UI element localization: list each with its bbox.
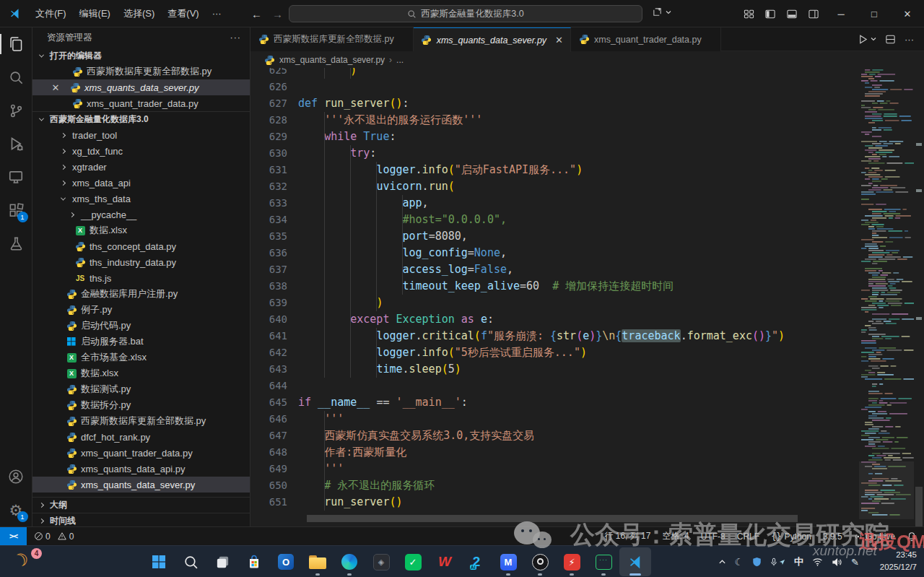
code-area[interactable]: 625 )626627def run_server():628 '''永不退出的…	[250, 68, 924, 526]
run-python-button[interactable]	[858, 34, 876, 45]
tree-item[interactable]: 西蒙斯数据库更新全部数据.py	[32, 413, 250, 429]
nav-back-icon[interactable]: ←	[251, 8, 262, 20]
notifications-bell-icon[interactable]	[907, 532, 924, 542]
tree-item[interactable]: xms_quants_data_sever.py	[32, 477, 250, 493]
tray-ime-indicator[interactable]: 中	[794, 555, 803, 568]
taskbar-icon-app-red[interactable]: ⚡	[556, 547, 588, 576]
taskbar-icon-app-green[interactable]: ✓	[397, 547, 429, 576]
tray-night-mode-icon[interactable]: ☾	[735, 556, 744, 568]
customize-layout-icon[interactable]	[738, 0, 759, 27]
editor-tab[interactable]: xms_quants_data_sever.py✕	[414, 27, 571, 52]
tray-microphone-icon[interactable]	[770, 558, 785, 567]
tree-item[interactable]: X数据.xlsx	[32, 222, 250, 238]
taskbar-icon-app-m[interactable]: M	[492, 547, 524, 576]
status-item[interactable]: UTF-8	[695, 532, 731, 542]
toggle-sidebar-icon[interactable]	[759, 0, 781, 27]
taskbar-icon-vscode[interactable]	[619, 547, 651, 576]
tree-item[interactable]: 金融数据库用户注册.py	[32, 286, 250, 302]
status-item[interactable]: 空格: 4	[656, 530, 694, 542]
tray-volume-icon[interactable]	[832, 558, 842, 567]
toggle-secondary-sidebar-icon[interactable]	[803, 0, 824, 27]
extensions-icon[interactable]: 1	[0, 194, 32, 227]
status-item[interactable]: {}Python	[765, 532, 817, 542]
close-icon[interactable]: ✕	[555, 35, 563, 45]
tree-item[interactable]: 数据拆分.py	[32, 397, 250, 413]
taskbar-icon-obs[interactable]	[524, 547, 556, 576]
testing-icon[interactable]	[0, 227, 32, 260]
nav-forward-icon[interactable]: →	[272, 8, 283, 20]
taskbar-icon-explorer[interactable]	[302, 547, 334, 576]
editor-tab[interactable]: 西蒙斯数据库更新全部数据.py	[250, 27, 414, 51]
vertical-scrollbar[interactable]	[914, 68, 924, 526]
menu-item[interactable]: 文件(F)	[29, 4, 73, 23]
timeline-header[interactable]: 时间线	[32, 513, 250, 526]
editor-tab[interactable]: xms_quant_trader_data.py	[571, 27, 721, 51]
remote-indicator[interactable]: ><	[0, 527, 27, 546]
tree-item[interactable]: 例子.py	[32, 302, 250, 318]
tree-item[interactable]: ths_industry_data.py	[32, 254, 250, 270]
taskbar-icon-store[interactable]	[238, 547, 270, 576]
sidebar-more-icon[interactable]: ···	[230, 32, 242, 43]
search-sidebar-icon[interactable]	[0, 61, 32, 94]
open-editor-item[interactable]: ✕xms_quants_data_sever.py	[32, 79, 250, 95]
run-debug-icon[interactable]	[0, 127, 32, 160]
settings-gear-icon[interactable]: ⚙1	[0, 493, 32, 526]
tree-item[interactable]: 启动服务器.bat	[32, 334, 250, 350]
account-icon[interactable]	[0, 460, 32, 493]
tree-item[interactable]: dfcf_hot_rank.py	[32, 429, 250, 445]
horizontal-scrollbar[interactable]	[307, 515, 798, 522]
command-center-search[interactable]: 西蒙斯金融量化数据库3.0	[289, 5, 642, 22]
tree-item[interactable]: xms_data_api	[32, 175, 250, 191]
tree-item[interactable]: xms_ths_data	[32, 191, 250, 207]
taskbar-clock[interactable]: 23:45 2025/12/7	[880, 549, 917, 573]
explorer-icon[interactable]	[0, 27, 32, 61]
tree-item[interactable]: ths_concept_data.py	[32, 238, 250, 254]
weather-widget[interactable]: ☽ 4	[13, 550, 42, 573]
taskbar-icon-app-ai2[interactable]: 2AI	[461, 547, 492, 576]
menu-item[interactable]: 编辑(E)	[73, 4, 117, 23]
taskbar-icon-edge[interactable]	[334, 547, 365, 576]
status-item[interactable]: 3.9.5	[817, 532, 848, 542]
minimap[interactable]	[859, 68, 914, 519]
toggle-panel-icon[interactable]	[781, 0, 803, 27]
status-item[interactable]: Go Live	[848, 532, 901, 542]
window-maximize-button[interactable]: □	[858, 0, 891, 27]
taskbar-icon-task-view[interactable]	[206, 547, 238, 576]
taskbar-icon-app-dark[interactable]: ◈	[365, 547, 397, 576]
tree-item[interactable]: X数据.xlsx	[32, 365, 250, 381]
status-item[interactable]: CRLF	[731, 532, 765, 542]
outline-header[interactable]: 大纲	[32, 497, 250, 513]
tree-item[interactable]: xms_quant_trader_data.py	[32, 445, 250, 461]
workspace-header[interactable]: 西蒙斯金融量化数据库3.0	[32, 111, 250, 127]
window-close-button[interactable]: ✕	[891, 0, 924, 27]
tray-pen-icon[interactable]: ✎	[851, 557, 859, 568]
warnings-icon[interactable]: 0	[57, 532, 74, 542]
open-editor-item[interactable]: xms_quant_trader_data.py	[32, 95, 250, 111]
open-editor-item[interactable]: 西蒙斯数据库更新全部数据.py	[32, 64, 250, 79]
menu-item[interactable]: 选择(S)	[117, 4, 161, 23]
tree-item[interactable]: xg_tdx_func	[32, 143, 250, 159]
tray-security-shield-icon[interactable]	[752, 557, 762, 567]
breadcrumb[interactable]: xms_quants_data_sever.py › ...	[250, 52, 924, 68]
taskbar-icon-start[interactable]	[143, 547, 175, 576]
source-control-icon[interactable]	[0, 94, 32, 127]
window-minimize-button[interactable]: ─	[824, 0, 858, 27]
open-editors-header[interactable]: 打开的编辑器	[32, 48, 250, 64]
tree-item[interactable]: X全市场基金.xlsx	[32, 350, 250, 365]
tree-item[interactable]: xgtrader	[32, 159, 250, 175]
tree-item[interactable]: trader_tool	[32, 127, 250, 143]
tray-chevron-up-icon[interactable]	[718, 558, 726, 566]
taskbar-icon-wps[interactable]: W	[429, 547, 461, 576]
editor-more-actions-icon[interactable]: ···	[905, 34, 914, 45]
tree-item[interactable]: xms_quants_data_api.py	[32, 461, 250, 477]
scrollbar-thumb[interactable]	[915, 487, 923, 526]
tree-item[interactable]: 数据测试.py	[32, 381, 250, 397]
tree-item[interactable]: 启动代码.py	[32, 318, 250, 334]
tray-wifi-icon[interactable]	[812, 558, 823, 566]
close-icon[interactable]: ✕	[50, 82, 61, 93]
split-editor-icon[interactable]	[885, 34, 896, 45]
tree-item[interactable]: JSths.js	[32, 270, 250, 286]
tree-item[interactable]: __pycache__	[32, 207, 250, 222]
menu-item[interactable]: ···	[206, 5, 228, 22]
status-item[interactable]: 行 16, 列 17	[598, 530, 656, 542]
